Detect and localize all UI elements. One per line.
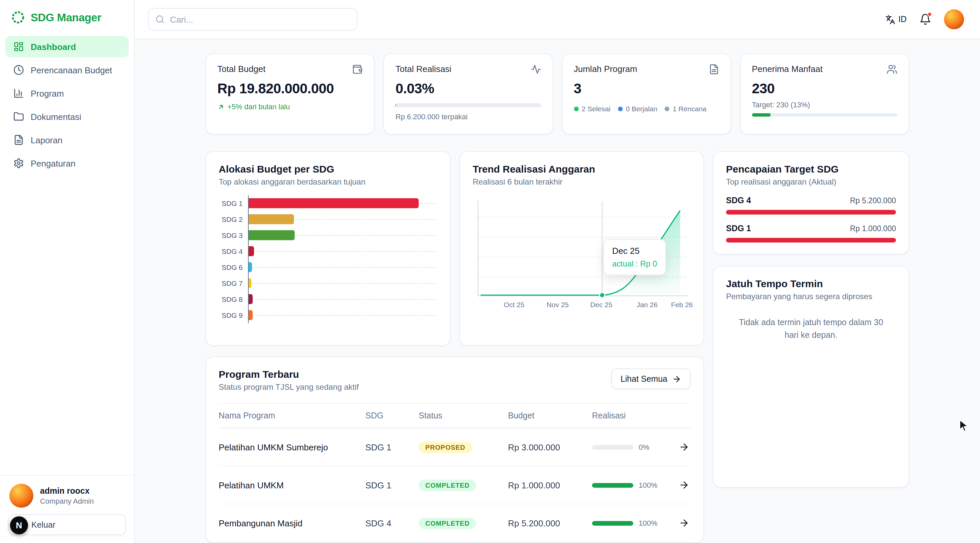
users-icon <box>887 64 897 75</box>
card-title: Alokasi Budget per SDG <box>219 163 438 175</box>
col-sdg: SDG <box>365 411 413 421</box>
alloc-bar-sdg1[interactable] <box>249 198 418 208</box>
stat-caption: Rp 6.200.000 terpakai <box>396 113 541 121</box>
program-status-legend: 2 Selesai 0 Berjalan 1 Rencana <box>574 105 719 113</box>
alloc-row: SDG 9 <box>219 307 438 323</box>
translate-icon <box>885 14 895 24</box>
user-role: Company Admin <box>40 497 94 505</box>
document-icon <box>709 64 719 75</box>
trend-active-dot <box>600 292 605 297</box>
table-row[interactable]: Pelatihan UMKM Sumberejo SDG 1 PROPOSED … <box>219 429 690 467</box>
card-subtitle: Status program TJSL yang sedang aktif <box>219 383 359 392</box>
program-budget: Rp 1.000.000 <box>508 480 587 490</box>
program-sdg: SDG 1 <box>365 480 413 490</box>
col-budget: Budget <box>508 411 587 421</box>
user-avatar <box>10 484 33 508</box>
stat-card-penerima-manfaat: Penerima Manfaat 230 Target: 230 (13%) <box>740 53 910 135</box>
alloc-row: SDG 6 <box>219 259 438 275</box>
trend-chart-card: Trend Realisasi Anggaran Realisasi 6 bul… <box>459 151 704 346</box>
sidebar-item-program[interactable]: Program <box>5 83 129 104</box>
notification-dot <box>928 12 932 17</box>
row-detail-button[interactable] <box>668 518 690 528</box>
legend-item: 2 Selesai <box>574 105 610 113</box>
sidebar-item-dashboard[interactable]: Dashboard <box>5 36 129 57</box>
row-detail-button[interactable] <box>668 442 690 452</box>
target-progress-fill <box>752 113 771 117</box>
nextjs-dev-badge[interactable]: N <box>10 516 28 534</box>
status-badge: COMPLETED <box>418 518 476 529</box>
main-pane: ID Total Budget <box>135 0 980 543</box>
arrow-right-icon <box>679 518 689 528</box>
chart-tooltip: Dec 25 actual : Rp 0 <box>603 240 666 276</box>
stat-delta: +5% dari bulan lalu <box>217 103 363 111</box>
sidebar-item-pengaturan[interactable]: Pengaturan <box>5 152 129 174</box>
alloc-row: SDG 8 <box>219 291 438 307</box>
col-status: Status <box>418 411 503 421</box>
program-name: Pelatihan UMKM <box>219 480 360 490</box>
card-title: Jatuh Tempo Termin <box>726 278 896 289</box>
alloc-bar-sdg9[interactable] <box>249 310 252 320</box>
sidebar-item-label: Laporan <box>31 135 62 145</box>
alloc-bar-sdg3[interactable] <box>249 230 295 240</box>
topbar: ID <box>135 0 980 39</box>
stats-row: Total Budget Rp 19.820.000.000 +5% dari … <box>205 53 909 135</box>
program-realisasi: 100% <box>592 481 663 489</box>
alloc-bar-sdg6[interactable] <box>249 262 252 272</box>
stat-caption: Target: 230 (13%) <box>752 101 898 109</box>
bar-chart-icon <box>13 88 24 98</box>
card-title: Program Terbaru <box>219 368 359 380</box>
target-item: SDG 1 Rp 1.000.000 <box>726 224 896 243</box>
wallet-icon <box>352 64 363 75</box>
search-icon <box>155 15 165 24</box>
trend-area-chart[interactable]: Dec 25 actual : Rp 0 Oct 25 Nov 25 Dec 2… <box>473 196 690 311</box>
card-subtitle: Realisasi 6 bulan terakhir <box>473 177 690 187</box>
alloc-bar-sdg4[interactable] <box>249 246 255 256</box>
dashboard-icon <box>13 41 24 52</box>
program-name: Pembangunan Masjid <box>219 518 360 528</box>
table-row[interactable]: Pembangunan Masjid SDG 4 COMPLETED Rp 5.… <box>219 504 690 542</box>
table-row[interactable]: Pelatihan UMKM SDG 1 COMPLETED Rp 1.000.… <box>219 467 690 504</box>
sidebar-item-laporan[interactable]: Laporan <box>5 129 129 151</box>
sidebar-item-dokumentasi[interactable]: Dokumentasi <box>5 106 129 127</box>
realisasi-progress-fill <box>396 103 396 107</box>
sidebar-item-label: Program <box>31 88 64 98</box>
alloc-bar-sdg7[interactable] <box>249 278 251 288</box>
allocation-chart-card: Alokasi Budget per SDG Top alokasi angga… <box>205 151 451 346</box>
card-subtitle: Pembayaran yang harus segera diproses <box>726 292 896 301</box>
programs-table: Nama Program SDG Status Budget Realisasi… <box>219 403 690 542</box>
folder-icon <box>13 111 24 122</box>
clock-icon <box>13 65 24 75</box>
allocation-bar-chart: SDG 1 SDG 2 SDG 3 SDG 4 SDG 6 SDG 7 SDG … <box>219 195 438 323</box>
search-input[interactable] <box>170 14 350 24</box>
view-all-button[interactable]: Lihat Semua <box>611 368 690 389</box>
row-detail-button[interactable] <box>668 480 690 491</box>
alloc-bar-sdg8[interactable] <box>249 294 252 304</box>
program-budget: Rp 3.000.000 <box>508 442 587 452</box>
brand[interactable]: SDG Manager <box>0 0 134 32</box>
arrow-right-icon <box>672 374 681 383</box>
legend-item: 0 Berjalan <box>618 105 657 113</box>
user-name: admin roocx <box>40 486 94 496</box>
app-title: SDG Manager <box>31 11 101 24</box>
x-tick: Nov 25 <box>547 300 569 308</box>
profile-avatar[interactable] <box>944 10 964 29</box>
notifications-button[interactable] <box>920 13 931 25</box>
alloc-row: SDG 2 <box>219 211 438 227</box>
sidebar-item-label: Dashboard <box>31 42 76 52</box>
program-name: Pelatihan UMKM Sumberejo <box>219 442 360 452</box>
alloc-row: SDG 7 <box>219 275 438 291</box>
app-logo-icon <box>11 10 25 25</box>
language-switcher[interactable]: ID <box>885 14 907 24</box>
user-info: admin roocx Company Admin <box>8 483 126 514</box>
sidebar: SDG Manager Dashboard Perencanaan Budget… <box>0 0 135 543</box>
alloc-bar-sdg2[interactable] <box>249 214 294 224</box>
table-header: Nama Program SDG Status Budget Realisasi <box>219 403 690 429</box>
stat-card-jumlah-program: Jumlah Program 3 2 Selesai 0 Berjalan 1 … <box>562 53 731 135</box>
target-bar-sdg4 <box>726 210 896 214</box>
due-termin-card: Jatuh Tempo Termin Pembayaran yang harus… <box>713 266 909 488</box>
sidebar-item-perencanaan-budget[interactable]: Perencanaan Budget <box>5 59 129 81</box>
program-realisasi: 100% <box>592 519 663 527</box>
sidebar-item-label: Perencanaan Budget <box>31 65 112 75</box>
stat-title: Total Realisasi <box>396 64 452 74</box>
legend-dot-selesai <box>574 106 578 111</box>
